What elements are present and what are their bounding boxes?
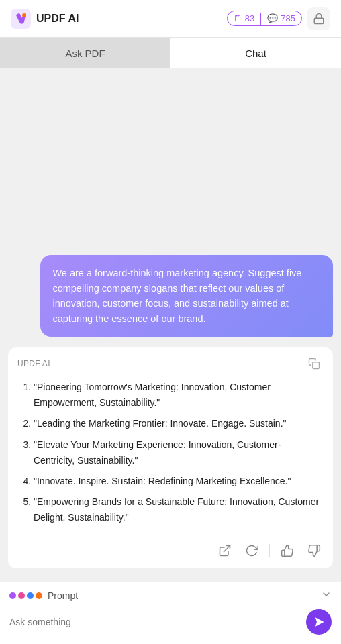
ai-list-item: "Innovate. Inspire. Sustain: Redefining … — [34, 474, 321, 489]
ai-list-item: "Empowering Brands for a Sustainable Fut… — [34, 494, 321, 525]
copy-button[interactable] — [305, 354, 324, 373]
ai-label-bar: UPDF AI — [8, 347, 333, 377]
svg-line-4 — [224, 546, 230, 552]
prompt-left: Prompt — [9, 590, 78, 601]
chevron-down-icon — [321, 589, 332, 600]
ai-actions — [8, 537, 333, 568]
badge-right-icon: 💬 — [267, 13, 278, 23]
chat-messages: We are a forward-thinking marketing agen… — [0, 68, 341, 582]
ai-sender-label: UPDF AI — [17, 359, 50, 368]
send-icon — [313, 616, 325, 628]
ai-list-item: "Elevate Your Marketing Experience: Inno… — [34, 437, 321, 468]
prompt-row: Prompt — [9, 589, 332, 602]
input-row — [9, 609, 332, 635]
app-title: UPDF AI — [36, 13, 79, 25]
svg-point-1 — [22, 13, 26, 17]
badge-right-count: 785 — [281, 13, 295, 23]
updf-logo-icon — [11, 9, 31, 29]
refresh-icon — [245, 544, 258, 557]
refresh-button[interactable] — [242, 541, 261, 560]
dot-pink — [18, 592, 25, 599]
user-message: We are a forward-thinking marketing agen… — [40, 255, 333, 337]
prompt-dots — [9, 592, 42, 599]
prompt-chevron-button[interactable] — [321, 589, 332, 602]
thumbs-down-button[interactable] — [305, 541, 324, 560]
badge-left-count: 83 — [245, 13, 254, 23]
logo-area: UPDF AI — [11, 9, 79, 29]
share-icon — [218, 544, 232, 557]
badges-group: 🗒 83 💬 785 — [227, 11, 302, 26]
badge-right: 💬 785 — [261, 11, 301, 25]
dot-blue — [27, 592, 34, 599]
lock-icon — [313, 13, 325, 25]
dot-orange — [36, 592, 42, 599]
ai-content: "Pioneering Tomorrow's Marketing: Innova… — [8, 377, 333, 537]
send-button[interactable] — [306, 609, 332, 635]
badge-left: 🗒 83 — [228, 11, 260, 25]
thumbs-up-button[interactable] — [278, 541, 297, 560]
action-divider — [269, 544, 270, 557]
prompt-label: Prompt — [48, 590, 78, 601]
tab-bar: Ask PDF Chat — [0, 38, 341, 68]
lock-button[interactable] — [307, 7, 330, 30]
copy-icon — [308, 358, 320, 370]
svg-rect-3 — [313, 362, 320, 369]
svg-marker-5 — [315, 617, 324, 627]
share-button[interactable] — [215, 541, 234, 560]
ask-input[interactable] — [9, 616, 301, 627]
badge-left-icon: 🗒 — [234, 13, 242, 23]
header-right: 🗒 83 💬 785 — [227, 7, 330, 30]
dot-purple — [9, 592, 16, 599]
thumbs-up-icon — [281, 544, 294, 557]
svg-rect-2 — [314, 18, 324, 23]
bottom-area: Prompt — [0, 582, 341, 644]
thumbs-down-icon — [307, 544, 321, 557]
tab-ask-pdf[interactable]: Ask PDF — [0, 38, 170, 68]
ai-response-container: UPDF AI "Pioneering Tomorrow's Marketing… — [8, 347, 333, 568]
chat-area: We are a forward-thinking marketing agen… — [0, 68, 341, 582]
ai-list-item: "Leading the Marketing Frontier: Innovat… — [34, 416, 321, 431]
tab-chat[interactable]: Chat — [170, 38, 341, 68]
header: UPDF AI 🗒 83 💬 785 — [0, 0, 341, 38]
ai-list-item: "Pioneering Tomorrow's Marketing: Innova… — [34, 380, 321, 411]
